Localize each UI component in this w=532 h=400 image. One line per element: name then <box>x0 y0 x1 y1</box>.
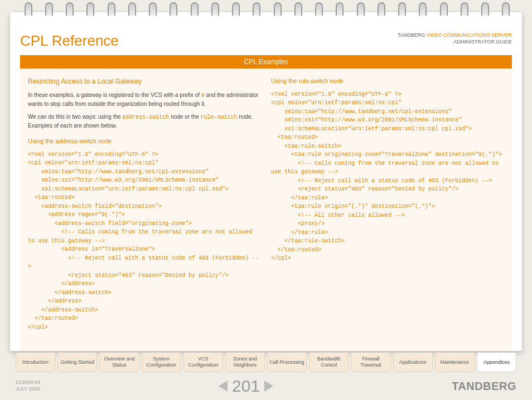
right-column: Using the rule-switch node <?xml version… <box>271 76 504 331</box>
tab-maintenance[interactable]: Maintenance <box>435 353 475 372</box>
bottom-tabs: IntroductionGetting StartedOverview and … <box>16 353 516 372</box>
section-bar: CPL Examples <box>20 55 512 69</box>
left-para-1: In these examples, a gateway is register… <box>28 91 261 108</box>
header-brand: TANDBERG <box>398 32 425 38</box>
doc-date: JULY 2008 <box>16 386 40 393</box>
text-span: We can do this in two ways: using the <box>28 114 122 120</box>
tab-vcs-configuration[interactable]: VCS Configuration <box>183 353 223 372</box>
tab-zones-and-neighbors[interactable]: Zones and Neighbors <box>225 353 265 372</box>
tab-bandwidth-control[interactable]: Bandwidth Control <box>309 353 349 372</box>
tab-introduction[interactable]: Introduction <box>16 353 55 372</box>
right-codeblock: <?xml version="1.0" encoding="UTF-8" ?> … <box>271 90 504 263</box>
spiral-binding <box>0 0 532 21</box>
doc-meta: D14049.04 JULY 2008 <box>16 379 40 392</box>
right-subhead2: Using the rule-switch node <box>271 76 504 86</box>
document-page: CPL Reference TANDBERG VIDEO COMMUNICATI… <box>10 12 522 351</box>
doc-id: D14049.04 <box>16 379 40 386</box>
left-column: Restricting Access to a Local Gateway In… <box>28 76 261 331</box>
footer: D14049.04 JULY 2008 201 TANDBERG <box>16 377 516 396</box>
tab-appendices[interactable]: Appendices <box>477 353 516 372</box>
page-header: CPL Reference TANDBERG VIDEO COMMUNICATI… <box>20 32 512 50</box>
tab-system-configuration[interactable]: System Configuration <box>142 353 181 372</box>
page-title: CPL Reference <box>20 32 119 50</box>
left-para-2: We can do this in two ways: using the ad… <box>28 113 261 130</box>
brand-logo: TANDBERG <box>452 380 516 393</box>
left-codeblock: <?xml version="1.0" encoding="UTF-8" ?> … <box>28 150 261 332</box>
content-area: Restricting Access to a Local Gateway In… <box>20 69 512 351</box>
tab-applications[interactable]: Applications <box>393 353 433 372</box>
tab-call-processing[interactable]: Call Processing <box>267 353 307 372</box>
header-guide: ADMINISTRATOR GUIDE <box>453 39 512 45</box>
prev-page-arrow-icon[interactable] <box>219 381 228 392</box>
tab-getting-started[interactable]: Getting Started <box>57 353 97 372</box>
left-subhead2: Using the address-switch node <box>28 136 261 146</box>
inline-code: address-switch <box>122 114 169 120</box>
text-span: In these examples, a gateway is register… <box>28 92 201 98</box>
header-product: VIDEO COMMUNICATIONS SERVER <box>427 32 512 38</box>
page-number: 201 <box>232 377 260 396</box>
inline-code: rule-switch <box>201 114 238 120</box>
text-span: node or the <box>169 114 200 120</box>
left-subhead: Restricting Access to a Local Gateway <box>28 76 261 86</box>
tab-firewall-traversal[interactable]: Firewall Traversal <box>351 353 390 372</box>
next-page-arrow-icon[interactable] <box>264 381 273 392</box>
tab-overview-and-status[interactable]: Overview and Status <box>99 353 139 372</box>
page-nav: 201 <box>219 377 273 396</box>
header-meta: TANDBERG VIDEO COMMUNICATIONS SERVER ADM… <box>398 32 512 45</box>
